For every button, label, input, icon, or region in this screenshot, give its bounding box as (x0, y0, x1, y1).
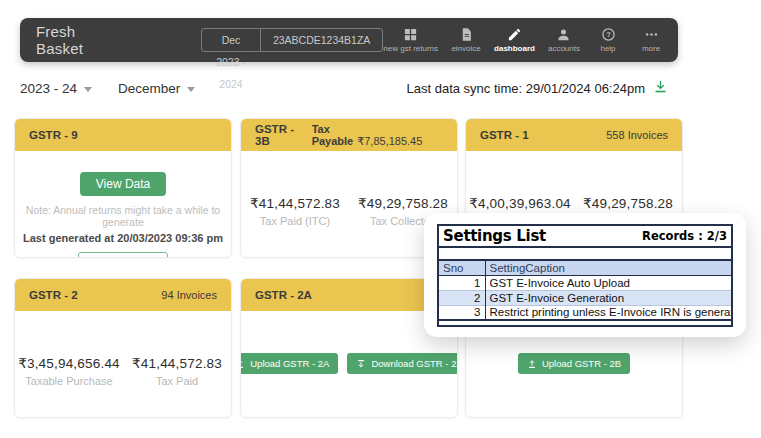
nav-label: more (642, 44, 660, 53)
top-navigation: new gst returns einvoice dashboard accou… (383, 27, 666, 53)
nav-item-accounts[interactable]: accounts (548, 27, 580, 53)
table-row[interactable]: 2 GST E-Invoice Generation (439, 290, 731, 305)
year-dropdown-value: 2023 - 24 (20, 81, 77, 96)
annual-returns-note: Note: Annual returns might take a while … (15, 204, 231, 228)
chevron-down-icon (187, 87, 195, 92)
card-title: GSTR - 3B (255, 123, 312, 147)
grid-icon (403, 27, 418, 42)
row-sno: 2 (439, 290, 485, 305)
row-caption: Restrict printing unless E-Invoice IRN i… (485, 305, 731, 320)
tax-paid-value: ₹41,44,572.83 (125, 355, 229, 371)
row-sno: 1 (439, 275, 485, 290)
gstin-button[interactable]: 23ABCDE1234B1ZA (260, 28, 383, 52)
person-icon (556, 27, 571, 42)
table-header-row: Sno SettingCaption (439, 260, 731, 275)
pencil-icon (507, 27, 522, 42)
month-dropdown[interactable]: December (118, 81, 195, 96)
download-icon[interactable] (653, 79, 668, 98)
taxable-purchase-label: Taxable Purchase (17, 375, 121, 387)
column-header-sno[interactable]: Sno (439, 260, 485, 275)
tax-payable-label: Tax Payable (312, 123, 354, 147)
tax-collected-value: ₹49,29,758.28 (351, 195, 455, 211)
records-counter: Records : 2/3 (642, 229, 727, 243)
card-gstr-9: GSTR - 9 View Data Note: Annual returns … (14, 118, 232, 258)
last-sync-text: Last data sync time: 29/01/2024 06:24pm (407, 81, 646, 96)
taxable-purchase-value: ₹3,45,94,656.44 (17, 355, 121, 371)
card-header: GSTR - 2 94 Invoices (15, 279, 231, 311)
nav-item-new-gst-returns[interactable]: new gst returns (383, 27, 438, 53)
tax-paid-itc-value: ₹41,44,572.83 (243, 195, 347, 211)
card-title: GSTR - 2 (29, 289, 78, 301)
sync-now-button[interactable]: SYNC NOW (78, 252, 168, 258)
row-caption: GST E-Invoice Auto Upload (485, 275, 731, 290)
settings-popup: Settings List Records : 2/3 Sno SettingC… (424, 213, 746, 337)
nav-label: new gst returns (383, 44, 438, 53)
download-gstr2a-button[interactable]: Download GSTR - 2A (347, 353, 458, 374)
tax-payable-badge: Tax Payable₹7,85,185.45 (312, 123, 443, 148)
nav-item-einvoice[interactable]: einvoice (451, 27, 481, 53)
card-gstr-2: GSTR - 2 94 Invoices ₹3,45,94,656.44 Tax… (14, 278, 232, 418)
upload-gstr2b-label: Upload GSTR - 2B (542, 358, 621, 369)
nav-item-more[interactable]: more (636, 27, 666, 53)
nav-item-dashboard[interactable]: dashboard (494, 27, 535, 53)
card-header: GSTR - 1 558 Invoices (466, 119, 682, 151)
filter-bar: 2023 - 24 December Last data sync time: … (20, 76, 668, 100)
titlebar-spacer (439, 248, 731, 259)
year-dropdown[interactable]: 2023 - 24 (20, 81, 92, 96)
upload-icon (240, 359, 245, 369)
nav-label: einvoice (451, 44, 480, 53)
card-header: GSTR - 3B Tax Payable₹7,85,185.45 (241, 119, 457, 151)
nav-label: help (600, 44, 615, 53)
settings-window: Settings List Records : 2/3 Sno SettingC… (437, 224, 733, 327)
card-title: GSTR - 2A (255, 289, 312, 301)
upload-gstr2a-label: Upload GSTR - 2A (250, 358, 329, 369)
period-button[interactable]: Dec 2023 - 2024 (201, 28, 261, 52)
upload-gstr2a-button[interactable]: Upload GSTR - 2A (240, 353, 338, 374)
card-title: GSTR - 1 (480, 129, 529, 141)
upload-gstr2b-button[interactable]: Upload GSTR - 2B (518, 353, 630, 374)
settings-title: Settings List (443, 227, 546, 245)
nav-label: accounts (548, 44, 580, 53)
table-row[interactable]: 3 Restrict printing unless E-Invoice IRN… (439, 305, 731, 320)
gstr1-left-value: ₹4,00,39,963.04 (468, 195, 572, 211)
settings-titlebar: Settings List Records : 2/3 (439, 226, 731, 248)
view-data-button[interactable]: View Data (80, 172, 166, 196)
card-title: GSTR - 9 (29, 129, 78, 141)
column-header-settingcaption[interactable]: SettingCaption (485, 260, 731, 275)
tax-paid-label: Tax Paid (125, 375, 229, 387)
card-header: GSTR - 9 (15, 119, 231, 151)
last-generated-text: Last generated at 20/03/2023 09:36 pm (15, 232, 231, 244)
row-caption: GST E-Invoice Generation (485, 290, 731, 305)
tax-paid-itc-label: Tax Paid (ITC) (243, 215, 347, 227)
topbar: Fresh Basket Dec 2023 - 2024 23ABCDE1234… (20, 18, 678, 62)
gstr1-right-value: ₹49,29,758.28 (576, 195, 680, 211)
row-sno: 3 (439, 305, 485, 320)
nav-label: dashboard (494, 44, 535, 53)
settings-table: Sno SettingCaption 1 GST E-Invoice Auto … (439, 259, 731, 321)
month-dropdown-value: December (118, 81, 180, 96)
invoice-count-badge: 558 Invoices (606, 129, 668, 141)
sync-status: Last data sync time: 29/01/2024 06:24pm (407, 79, 669, 98)
invoice-count-badge: 94 Invoices (161, 289, 217, 301)
chevron-down-icon (84, 87, 92, 92)
upload-icon (527, 359, 537, 369)
document-icon (459, 27, 474, 42)
period-gstin-group: Dec 2023 - 2024 23ABCDE1234B1ZA (201, 28, 383, 52)
svg-text:?: ? (606, 30, 611, 39)
nav-item-help[interactable]: ? help (593, 27, 623, 53)
download-icon (356, 359, 366, 369)
ellipsis-icon (644, 27, 659, 42)
download-gstr2a-label: Download GSTR - 2A (371, 358, 458, 369)
table-row[interactable]: 1 GST E-Invoice Auto Upload (439, 275, 731, 290)
app-title: Fresh Basket (36, 23, 109, 57)
help-icon: ? (601, 27, 616, 42)
tax-payable-value: ₹7,85,185.45 (357, 135, 422, 147)
